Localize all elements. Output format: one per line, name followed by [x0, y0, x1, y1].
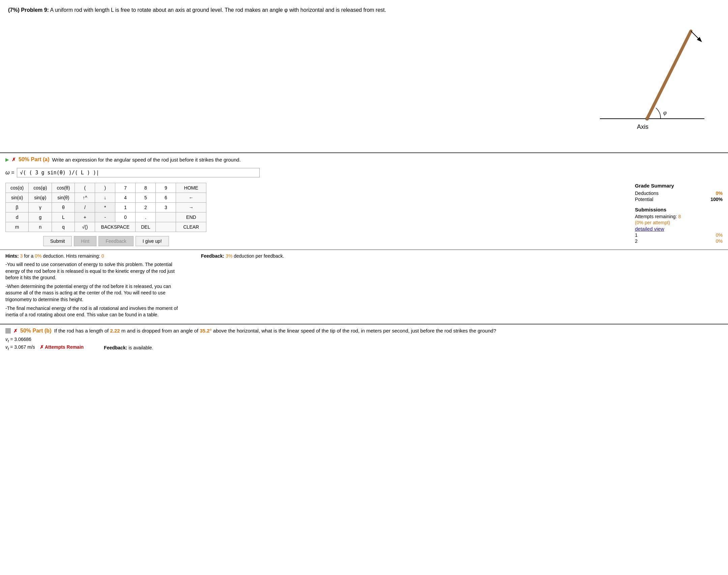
- calc-7[interactable]: 7: [115, 183, 136, 193]
- part-b-answer2-label: vt: [5, 344, 9, 350]
- play-icon: ▶: [5, 157, 9, 162]
- calc-empty1: [156, 212, 176, 222]
- calc-1[interactable]: 1: [115, 203, 136, 212]
- calc-multiply[interactable]: *: [95, 203, 115, 212]
- answer-input[interactable]: [17, 168, 260, 177]
- omega-symbol: ω =: [5, 170, 14, 176]
- calc-beta[interactable]: β: [6, 203, 29, 212]
- part-b-question-intro: If the rod has a length of 2.22 m and is…: [54, 328, 496, 334]
- calc-del[interactable]: DEL: [136, 222, 156, 232]
- calc-theta[interactable]: θ: [52, 203, 75, 212]
- part-b-answer1: vt = 3.06686: [5, 337, 84, 343]
- calc-home[interactable]: HOME: [176, 183, 206, 193]
- calc-d[interactable]: d: [6, 212, 29, 222]
- sub-1-value: 0%: [716, 232, 723, 238]
- potential-label: Potential: [635, 197, 653, 202]
- giveup-button[interactable]: I give up!: [136, 236, 169, 246]
- calc-dot[interactable]: .: [136, 212, 156, 222]
- calc-sqrt[interactable]: √(): [75, 222, 95, 232]
- sub-1-num: 1: [635, 232, 638, 238]
- feedback-text: deduction per feedback.: [234, 253, 284, 259]
- calc-3[interactable]: 3: [156, 203, 176, 212]
- calc-sin-phi[interactable]: sin(φ): [29, 193, 52, 203]
- part-b-label: 50% Part (b): [20, 328, 51, 334]
- calc-cos-theta[interactable]: cos(θ): [52, 183, 75, 193]
- feedback-label: Feedback:: [201, 253, 224, 259]
- calc-uparrow[interactable]: ↑^: [75, 193, 95, 203]
- deductions-row: Deductions 0%: [635, 191, 723, 196]
- hints-deduction-label: for a: [24, 253, 33, 259]
- calc-5[interactable]: 5: [136, 193, 156, 203]
- calc-9[interactable]: 9: [156, 183, 176, 193]
- deductions-value: 0%: [716, 191, 723, 196]
- hints-deduction-text: deduction. Hints remaining:: [43, 253, 100, 259]
- svg-text:Axis: Axis: [637, 123, 648, 130]
- calc-end[interactable]: END: [176, 212, 206, 222]
- sub-2-num: 2: [635, 238, 638, 244]
- calc-m[interactable]: m: [6, 222, 29, 232]
- calc-cos-phi[interactable]: cos(φ): [29, 183, 52, 193]
- hint-text-3: -The final mechanical energy of the rod …: [5, 305, 181, 318]
- calc-leftarrow[interactable]: ←: [176, 193, 206, 203]
- calc-L[interactable]: L: [52, 212, 75, 222]
- calc-0[interactable]: 0: [115, 212, 136, 222]
- submission-2-row: 2 0%: [635, 238, 723, 244]
- calc-table: cos(α) cos(φ) cos(θ) ( ) 7 8 9 HOME sin(…: [5, 183, 206, 232]
- part-b-answer1-label: vt: [5, 337, 9, 342]
- hint-button[interactable]: Hint: [74, 236, 96, 246]
- part-a-label: 50% Part (a): [19, 156, 50, 163]
- part-b-answer1-value: 3.06686: [14, 337, 31, 342]
- calc-n[interactable]: n: [29, 222, 52, 232]
- x-icon: ✗: [12, 157, 16, 162]
- part-b-answer2: vt = 3.067 m/s ✗ Attempts Remain: [5, 344, 84, 351]
- part-b-feedback: Feedback: is available.: [104, 345, 153, 350]
- calc-sin-alpha[interactable]: sin(α): [6, 193, 29, 203]
- feedback-button[interactable]: Feedback: [98, 236, 133, 246]
- calc-q[interactable]: q: [52, 222, 75, 232]
- calc-gamma[interactable]: γ: [29, 203, 52, 212]
- calc-empty2: [156, 222, 176, 232]
- attempts-remaining: Attempts remaining: 8: [635, 214, 723, 219]
- calc-clear[interactable]: CLEAR: [176, 222, 206, 232]
- part-a-section: ▶ ✗ 50% Part (a) Write an expression for…: [0, 152, 728, 250]
- calc-plus[interactable]: +: [75, 212, 95, 222]
- part-b-header: ✗ 50% Part (b) If the rod has a length o…: [5, 328, 723, 334]
- detailed-view-link[interactable]: detailed view: [635, 226, 723, 232]
- hints-remaining: 0: [101, 253, 104, 259]
- part-b-feedback-value: is available.: [128, 345, 153, 350]
- calc-minus[interactable]: -: [95, 212, 115, 222]
- submit-button[interactable]: Submit: [43, 236, 72, 246]
- problem-description: A uniform rod with length L is free to r…: [50, 7, 386, 13]
- calc-lparen[interactable]: (: [75, 183, 95, 193]
- calc-downarrow[interactable]: ↓: [95, 193, 115, 203]
- calc-2[interactable]: 2: [136, 203, 156, 212]
- hints-count: 3: [20, 253, 23, 259]
- hints-header: Hints: 3 for a 0% deduction. Hints remai…: [5, 253, 181, 259]
- calc-cos-alpha[interactable]: cos(α): [6, 183, 29, 193]
- calc-rparen[interactable]: ): [95, 183, 115, 193]
- calc-4[interactable]: 4: [115, 193, 136, 203]
- calc-8[interactable]: 8: [136, 183, 156, 193]
- calc-g[interactable]: g: [29, 212, 52, 222]
- hints-section: Hints: 3 for a 0% deduction. Hints remai…: [0, 250, 728, 324]
- svg-text:φ: φ: [663, 109, 667, 116]
- calc-divide[interactable]: /: [75, 203, 95, 212]
- problem-weight: (7%): [8, 7, 20, 13]
- hint-text-1: -You will need to use conservation of en…: [5, 261, 181, 281]
- deductions-label: Deductions: [635, 191, 659, 196]
- calc-sin-theta[interactable]: sin(θ): [52, 193, 75, 203]
- part-b-feedback-label: Feedback:: [104, 345, 127, 350]
- hints-deduction-value: 0%: [35, 253, 41, 259]
- hint-text-2: -When determining the potential energy o…: [5, 283, 181, 303]
- calc-6[interactable]: 6: [156, 193, 176, 203]
- calc-backspace[interactable]: BACKSPACE: [95, 222, 136, 232]
- part-b-answer-col: vt = 3.06686 vt = 3.067 m/s ✗ Attempts R…: [5, 337, 84, 351]
- potential-row: Potential 100%: [635, 197, 723, 202]
- calc-rightarrow[interactable]: →: [176, 203, 206, 212]
- hints-label: Hints:: [5, 253, 19, 259]
- part-b-length: 2.22: [110, 328, 120, 334]
- attempts-label: Attempts remaining:: [635, 214, 677, 219]
- calc-grade-row: cos(α) cos(φ) cos(θ) ( ) 7 8 9 HOME sin(…: [0, 179, 728, 250]
- hints-text: Hints: 3 for a 0% deduction. Hints remai…: [5, 253, 181, 320]
- part-b-x-icon: ✗: [13, 328, 18, 334]
